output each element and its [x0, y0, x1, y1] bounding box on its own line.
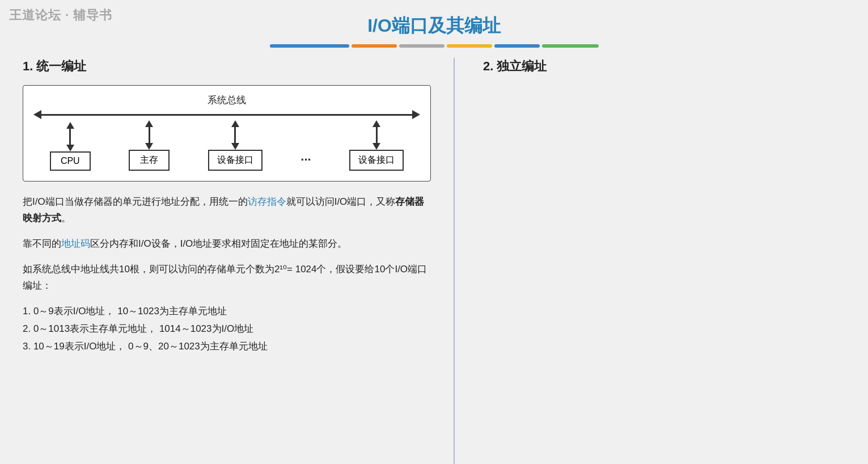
watermark-text: 王道论坛 · 辅导书 — [9, 8, 112, 22]
bus-horiz-line — [41, 114, 412, 116]
bus-top-row — [33, 110, 420, 119]
bus-diagram: 系统总线 CPU — [23, 85, 431, 182]
color-bar-seg-1 — [270, 44, 349, 48]
text-para1: 把I/O端口当做存储器的单元进行地址分配，用统一的访存指令就可以访问I/O端口，… — [23, 194, 431, 227]
watermark: 王道论坛 · 辅导书 — [9, 7, 112, 24]
component-device2: 设备接口 — [349, 120, 404, 171]
text-para3: 如系统总线中地址线共10根，则可以访问的存储单元个数为2¹⁰= 1024个，假设… — [23, 261, 431, 294]
device2-arrow-up — [372, 120, 380, 127]
bus-label: 系统总线 — [33, 94, 420, 107]
cpu-arrow-up — [66, 122, 74, 129]
component-dots: ··· — [300, 153, 311, 171]
right-section-title: 2. 独立编址 — [483, 58, 851, 75]
vertical-divider — [454, 58, 455, 464]
memory-arrow-line — [149, 127, 150, 143]
cpu-arrow — [66, 122, 74, 151]
device2-arrow — [372, 120, 380, 150]
left-section-title: 1. 统一编址 — [23, 58, 431, 75]
device1-arrow-up — [231, 120, 239, 127]
component-device1: 设备接口 — [208, 120, 262, 171]
color-bar-seg-6 — [542, 44, 599, 48]
color-bar-seg-5 — [494, 44, 540, 48]
color-bar — [0, 44, 868, 48]
device1-box: 设备接口 — [208, 150, 262, 171]
right-panel: 2. 独立编址 — [460, 58, 868, 464]
list-item-1: 1. 0～9表示I/O地址， 10～1023为主存单元地址 — [23, 303, 431, 320]
color-bar-seg-3 — [399, 44, 444, 48]
cpu-box: CPU — [50, 151, 91, 171]
memory-box: 主存 — [129, 150, 170, 171]
device1-arrow-down — [231, 143, 239, 150]
main-content: 1. 统一编址 系统总线 — [0, 58, 868, 464]
page-title: I/O端口及其编址 — [0, 0, 868, 44]
list-item-2: 2. 0～1013表示主存单元地址， 1014～1023为I/O地址 — [23, 320, 431, 338]
bus-arrow-right — [412, 110, 420, 119]
device2-arrow-down — [372, 143, 380, 150]
color-bar-seg-2 — [352, 44, 397, 48]
highlight-addr-code: 地址码 — [61, 238, 90, 249]
memory-arrow-up — [145, 120, 153, 127]
device1-arrow-line — [234, 127, 236, 143]
highlight-visit-cmd: 访存指令 — [248, 196, 286, 207]
text-para2: 靠不同的地址码区分内存和I/O设备，I/O地址要求相对固定在地址的某部分。 — [23, 236, 431, 252]
device2-box: 设备接口 — [349, 150, 404, 171]
color-bar-seg-4 — [447, 44, 492, 48]
memory-arrow-down — [145, 143, 153, 150]
component-memory: 主存 — [129, 120, 170, 171]
cpu-arrow-down — [66, 145, 74, 151]
components-row: CPU 主存 — [33, 120, 420, 171]
dots-label: ··· — [300, 153, 311, 171]
left-panel: 1. 统一编址 系统总线 — [0, 58, 448, 464]
list-item-3: 3. 10～19表示I/O地址， 0～9、20～1023为主存单元地址 — [23, 338, 431, 356]
component-cpu: CPU — [50, 122, 91, 171]
bus-arrow-left — [33, 110, 41, 119]
highlight-mem-map: 存储器映射方式 — [23, 196, 424, 223]
device2-arrow-line — [376, 127, 378, 143]
cpu-arrow-line — [69, 129, 71, 145]
device1-arrow — [231, 120, 239, 150]
memory-arrow — [145, 120, 153, 150]
